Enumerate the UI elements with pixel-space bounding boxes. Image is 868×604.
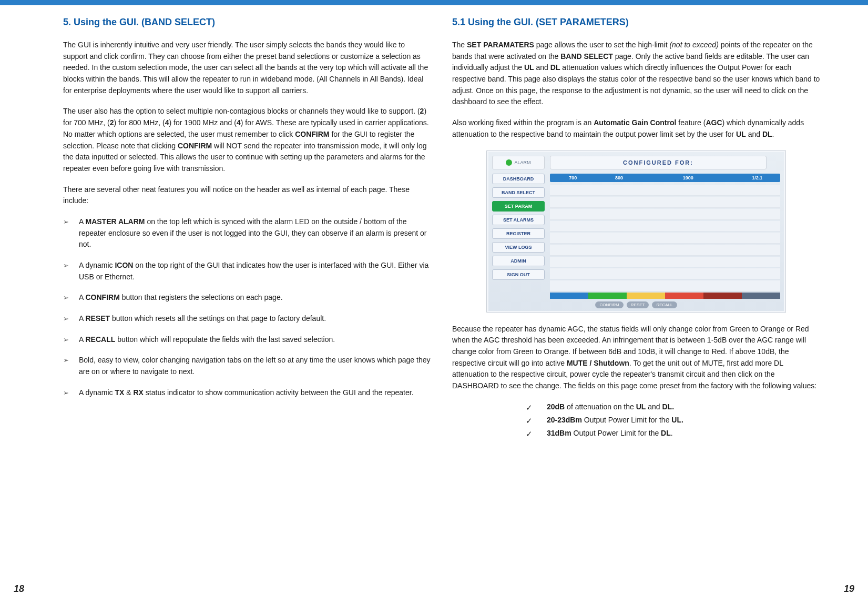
check-icon: ✓ [526, 415, 547, 427]
kw: CONFIRM [295, 130, 329, 138]
nav-set-alarms[interactable]: SET ALARMS [492, 215, 545, 225]
left-para-2: The user also has the option to select m… [63, 106, 431, 174]
t: A dynamic [79, 388, 115, 397]
document-top-bar [0, 0, 868, 5]
bullet-icon: ➢ [63, 387, 79, 398]
t: button which resets all the settings on … [110, 314, 326, 323]
t: A [79, 217, 85, 226]
right-para-3: Because the repeater has dynamic AGC, th… [452, 324, 820, 392]
check-icon: ✓ [526, 401, 547, 414]
kw: MUTE / Shutdown [567, 359, 629, 367]
band-aws: 1/2.1 [734, 174, 780, 182]
kw: 20-23dBm [547, 416, 582, 424]
kw: AGC [706, 118, 722, 127]
n: 4 [165, 118, 169, 127]
n: 2 [110, 118, 114, 127]
check-text: 20-23dBm Output Power Limit for the UL. [547, 415, 683, 426]
bullet-text: A RECALL button which will repopulate th… [79, 334, 431, 346]
kw: Automatic Gain Control [594, 118, 676, 127]
t: Also working fixed within the program is… [452, 118, 594, 127]
kw: DL [762, 130, 772, 138]
bullet-text: A MASTER ALARM on the top left which is … [79, 216, 431, 250]
nav-admin[interactable]: ADMIN [492, 256, 545, 266]
bullet-text: A RESET button which resets all the sett… [79, 313, 431, 325]
t: Bold, easy to view, color changing navig… [79, 356, 431, 376]
page-left: 5. Using the GUI. (BAND SELECT) The GUI … [63, 17, 431, 408]
kw: DL [550, 63, 560, 72]
t: and [646, 402, 662, 411]
t: The [452, 41, 467, 49]
t: The user also has the option to select m… [63, 107, 420, 115]
list-item: ➢ A RESET button which resets all the se… [63, 313, 431, 325]
t: . [772, 130, 774, 138]
page-number-left: 18 [14, 583, 24, 595]
status-swatch [665, 293, 703, 299]
section-title-right: 5.1 Using the GUI. (SET PARAMETERS) [452, 17, 820, 28]
bullet-icon: ➢ [63, 355, 79, 366]
footer-buttons: CONFIRM RESET RECALL [492, 301, 780, 309]
param-grid [550, 185, 780, 291]
status-swatch [588, 293, 627, 299]
list-item: ➢ A dynamic TX & RX status indicator to … [63, 387, 431, 399]
kw: RECALL [85, 335, 115, 344]
nav-dashboard[interactable]: DASHBOARD [492, 174, 545, 184]
check-text: 31dBm Output Power Limit for the DL. [547, 428, 673, 439]
bullet-icon: ➢ [63, 292, 79, 303]
em: (not to exceed) [669, 41, 718, 49]
check-text: 20dB of attenuation on the UL and DL. [547, 401, 674, 413]
t: status indicator to show communication a… [144, 388, 414, 397]
confirm-button[interactable]: CONFIRM [595, 301, 623, 308]
nav-tabs: DASHBOARD BAND SELECT SET PARAM SET ALAR… [492, 174, 545, 280]
table-row [550, 185, 780, 196]
t: and [746, 130, 762, 138]
t: button which will repopulate the fields … [115, 335, 335, 344]
left-para-1: The GUI is inherently intuitive and very… [63, 39, 431, 96]
t: button that registers the selections on … [120, 293, 283, 301]
section-title-left: 5. Using the GUI. (BAND SELECT) [63, 17, 431, 28]
kw: RX [134, 388, 144, 397]
t: Output Power Limit for the [571, 429, 661, 437]
kw: ICON [115, 261, 133, 269]
t: . [671, 429, 673, 437]
list-item: ➢ A MASTER ALARM on the top left which i… [63, 216, 431, 250]
nav-set-param[interactable]: SET PARAM [492, 201, 545, 212]
nav-sign-out[interactable]: SIGN OUT [492, 269, 545, 280]
nav-view-logs[interactable]: VIEW LOGS [492, 242, 545, 253]
t: page allows the user to set the high-lim… [534, 41, 670, 49]
alarm-indicator: ALARM [492, 156, 545, 169]
status-swatch [742, 293, 780, 299]
band-800: 800 [596, 174, 642, 182]
t: A dynamic [79, 261, 115, 269]
kw: 31dBm [547, 429, 571, 437]
table-row [550, 209, 780, 220]
status-swatch [627, 293, 665, 299]
nav-band-select[interactable]: BAND SELECT [492, 187, 545, 198]
bullet-text: A CONFIRM button that registers the sele… [79, 292, 431, 304]
t: A [79, 335, 85, 344]
list-item: ➢ A RECALL button which will repopulate … [63, 334, 431, 346]
kw: TX [115, 388, 124, 397]
list-item: ➢ A CONFIRM button that registers the se… [63, 292, 431, 304]
t: of attenuation on the [565, 402, 636, 411]
nav-register[interactable]: REGISTER [492, 228, 545, 239]
bullet-icon: ➢ [63, 260, 79, 271]
bullet-text: A dynamic TX & RX status indicator to sh… [79, 387, 431, 399]
kw: MASTER ALARM [85, 217, 145, 226]
t: Output Power Limit for the [582, 416, 671, 424]
kw: RESET [85, 314, 110, 323]
list-item: ✓ 20-23dBm Output Power Limit for the UL… [526, 415, 820, 427]
t: ) for 800 MHz, ( [114, 118, 165, 127]
bullet-text: Bold, easy to view, color changing navig… [79, 355, 431, 377]
band-700: 700 [550, 174, 596, 182]
alarm-label: ALARM [514, 160, 530, 165]
page-number-right: 19 [844, 583, 854, 595]
bullet-icon: ➢ [63, 216, 79, 227]
recall-button[interactable]: RECALL [652, 301, 677, 308]
list-item: ✓ 20dB of attenuation on the UL and DL. [526, 401, 820, 414]
table-row [550, 233, 780, 244]
table-row [550, 280, 780, 291]
status-color-strip [550, 293, 780, 299]
reset-button[interactable]: RESET [627, 301, 649, 308]
kw: CONFIRM [178, 142, 212, 150]
band-1900: 1900 [642, 174, 734, 182]
